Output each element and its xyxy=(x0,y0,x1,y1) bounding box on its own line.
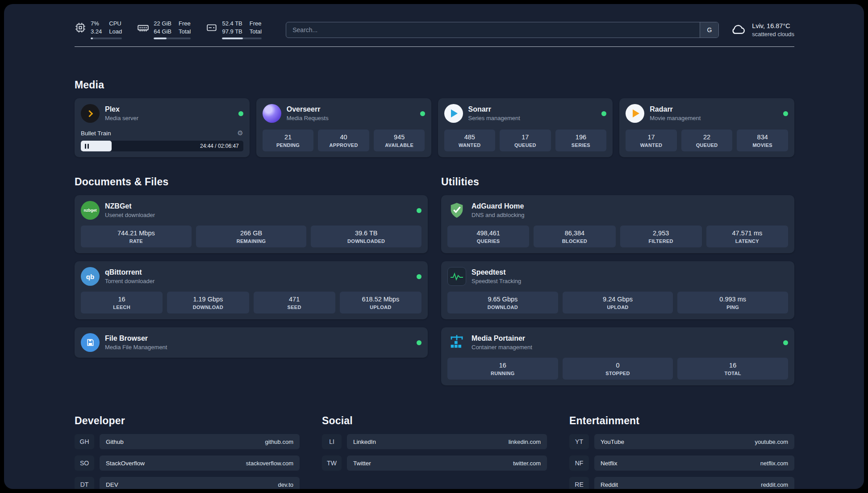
app-card-speedtest[interactable]: Speedtest Speedtest Tracking 9.65 Gbps D… xyxy=(441,261,794,319)
dashboard: 7% 3.24 CPU Load xyxy=(4,4,864,489)
gear-icon[interactable]: ⚙ xyxy=(237,129,243,137)
disk-total-label: Total xyxy=(250,28,262,35)
app-name: AdGuard Home xyxy=(472,202,525,210)
section-title-social: Social xyxy=(322,415,547,427)
utilities-column: Utilities AdGuard Home xyxy=(441,176,794,385)
plex-icon xyxy=(81,104,100,123)
search-input[interactable] xyxy=(286,22,700,38)
ram-free-label: Free xyxy=(179,20,191,27)
bookmark-github[interactable]: GH Github github.com xyxy=(75,434,300,449)
bookmark-reddit[interactable]: RE Reddit reddit.com xyxy=(569,477,794,489)
bookmark-abbr: NF xyxy=(569,455,589,471)
app-subtitle: Movie management xyxy=(650,115,701,121)
stat-tile: 196 SERIES xyxy=(555,130,607,151)
app-name: Speedtest xyxy=(472,268,521,276)
app-name: File Browser xyxy=(105,334,167,343)
app-card-nzbget[interactable]: nzbget NZBGet Usenet downloader 744.21 M… xyxy=(75,195,428,253)
app-subtitle: DNS and adblocking xyxy=(472,212,525,218)
stat-tile: 618.52 Mbps UPLOAD xyxy=(340,292,421,313)
bookmark-name: DEV xyxy=(106,481,118,488)
app-subtitle: Container management xyxy=(472,344,532,351)
stat-tile: 498,461 QUERIES xyxy=(447,226,529,247)
bookmark-dev[interactable]: DT DEV dev.to xyxy=(75,477,300,489)
section-title-utilities: Utilities xyxy=(441,176,794,188)
bookmark-name: Reddit xyxy=(601,481,618,488)
app-card-overseerr[interactable]: Overseerr Media Requests 21 PENDING 40 A… xyxy=(256,98,431,157)
disk-icon xyxy=(206,22,217,35)
stat-label: QUEUED xyxy=(683,142,731,148)
app-subtitle: Series management xyxy=(468,115,520,121)
stat-label: RUNNING xyxy=(449,371,556,376)
bookmark-abbr: LI xyxy=(322,434,342,449)
app-card-filebrowser[interactable]: File Browser Media File Management xyxy=(75,327,428,358)
bookmark-url: twitter.com xyxy=(513,460,541,467)
stat-label: DOWNLOAD xyxy=(169,305,247,310)
disk-free-label: Free xyxy=(250,20,262,27)
stat-value: 498,461 xyxy=(449,230,527,237)
bookmark-url: linkedin.com xyxy=(509,439,541,445)
header-divider xyxy=(75,46,794,47)
stat-value: 1.19 Gbps xyxy=(169,296,247,303)
section-title-entertainment: Entertainment xyxy=(569,415,794,427)
bookmark-url: stackoverflow.com xyxy=(246,460,293,467)
stat-value: 9.24 Gbps xyxy=(564,296,672,303)
app-name: Sonarr xyxy=(468,105,520,113)
media-progress-bar[interactable]: 24:44 / 02:06:47 xyxy=(81,141,243,151)
stat-tile: 9.65 Gbps DOWNLOAD xyxy=(447,292,558,313)
bookmark-youtube[interactable]: YT YouTube youtube.com xyxy=(569,434,794,449)
stat-label: DOWNLOAD xyxy=(449,305,556,310)
stat-tile: 266 GB REMAINING xyxy=(196,226,307,247)
bookmark-stackoverflow[interactable]: SO StackOverflow stackoverflow.com xyxy=(75,455,300,471)
stat-label: WANTED xyxy=(446,142,494,148)
bookmark-linkedin[interactable]: LI LinkedIn linkedin.com xyxy=(322,434,547,449)
bookmark-url: reddit.com xyxy=(761,481,788,488)
stat-label: APPROVED xyxy=(320,142,367,148)
filebrowser-icon xyxy=(81,333,100,352)
app-card-qbittorrent[interactable]: qb qBittorrent Torrent downloader 16 LEE… xyxy=(75,261,428,319)
app-card-plex[interactable]: Plex Media server Bullet Train ⚙ 24:44 /… xyxy=(75,98,250,157)
status-dot xyxy=(417,340,421,345)
app-name: qBittorrent xyxy=(105,268,154,276)
cpu-value: 7% xyxy=(91,20,102,27)
search-engine-button[interactable]: G xyxy=(700,22,718,38)
app-subtitle: Media Requests xyxy=(287,115,329,121)
stat-tile: 16 TOTAL xyxy=(677,358,788,380)
qbittorrent-icon: qb xyxy=(81,267,100,286)
stat-value: 16 xyxy=(83,296,161,303)
developer-column: Developer GH Github github.com SO StackO… xyxy=(75,415,300,489)
adguard-shield-icon xyxy=(447,201,466,220)
stat-value: 9.65 Gbps xyxy=(449,296,556,303)
portainer-crane-icon xyxy=(447,333,466,352)
stat-value: 2,953 xyxy=(622,230,700,237)
stat-value: 945 xyxy=(376,134,423,141)
stat-tile: 945 AVAILABLE xyxy=(374,130,425,151)
stat-value: 266 GB xyxy=(198,230,305,237)
stat-value: 834 xyxy=(739,134,786,141)
bookmark-netflix[interactable]: NF Netflix netflix.com xyxy=(569,455,794,471)
app-subtitle: Speedtest Tracking xyxy=(472,278,521,284)
app-name: Plex xyxy=(105,105,138,113)
cpu-chip-icon xyxy=(75,22,86,35)
cpu-metric: 7% 3.24 CPU Load xyxy=(75,20,122,39)
weather-location: Lviv, 16.87°C xyxy=(752,22,794,29)
speedtest-icon xyxy=(447,267,466,286)
status-dot xyxy=(601,111,606,116)
app-card-sonarr[interactable]: Sonarr Series management 485 WANTED 17 Q… xyxy=(438,98,613,157)
top-bar: 7% 3.24 CPU Load xyxy=(75,20,794,39)
app-card-portainer[interactable]: Media Portainer Container management 16 … xyxy=(441,327,794,385)
bookmark-twitter[interactable]: TW Twitter twitter.com xyxy=(322,455,547,471)
bookmark-abbr: SO xyxy=(75,455,94,471)
pause-button[interactable] xyxy=(85,144,89,149)
ram-free-value: 22 GiB xyxy=(154,20,171,27)
app-card-radarr[interactable]: Radarr Movie management 17 WANTED 22 QUE… xyxy=(619,98,794,157)
stat-value: 471 xyxy=(255,296,334,303)
app-name: Media Portainer xyxy=(472,334,532,343)
media-grid: Plex Media server Bullet Train ⚙ 24:44 /… xyxy=(75,98,794,157)
stat-value: 485 xyxy=(446,134,494,141)
ram-progress-fill xyxy=(154,38,166,39)
stat-label: DOWNLOADED xyxy=(313,238,420,244)
stat-tile: 16 LEECH xyxy=(81,292,163,313)
playback-time: 24:44 / 02:06:47 xyxy=(200,143,243,149)
app-card-adguard[interactable]: AdGuard Home DNS and adblocking 498,461 … xyxy=(441,195,794,253)
stat-tile: 16 RUNNING xyxy=(447,358,558,380)
